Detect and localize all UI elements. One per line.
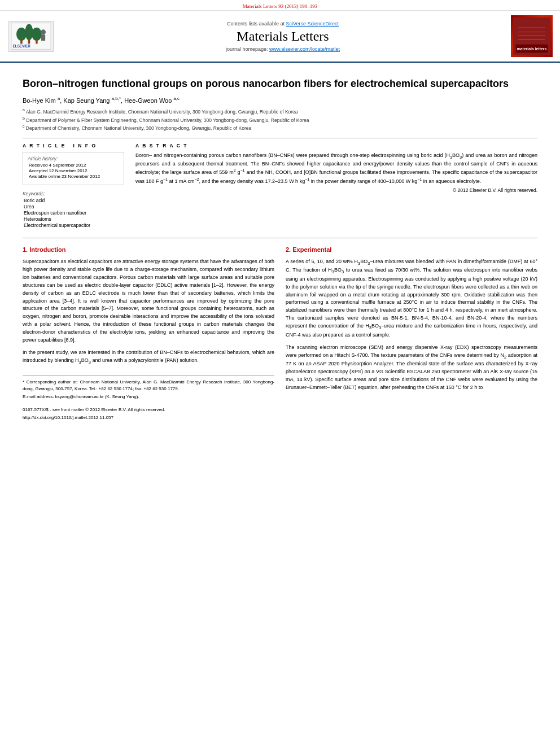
keyword-1: Boric acid (24, 198, 124, 203)
section2-heading: 2. Experimental (286, 245, 537, 255)
issn-line: 0167-577X/$ - see front matter © 2012 El… (23, 407, 165, 413)
body-left-column: 1. Introduction Supercapacitors as elect… (23, 244, 274, 422)
journal-citation: Materials Letters 93 (2013) 190–193 (243, 3, 317, 9)
affiliation-b: b Department of Polymer & Fiber System E… (23, 116, 537, 124)
article-info-abstract: A R T I C L E I N F O Article history: R… (23, 143, 537, 229)
keyword-2: Urea (24, 204, 124, 209)
affiliation-c: c Department of Chemistry, Chonnam Natio… (23, 124, 537, 132)
svg-rect-5 (28, 39, 30, 43)
experimental-para-2: The scanning electron microscope (SEM) a… (286, 344, 537, 392)
email-footnote: E-mail address: ksyang@chonnam.ac.kr (K.… (23, 394, 274, 400)
keyword-4: Heteroatoms (24, 216, 124, 222)
keyword-5: Electrochemical supercapacitor (24, 222, 124, 228)
journal-header: ELSEVIER Contents lists available at Sci… (0, 11, 560, 63)
contents-available: Contents lists available at SciVerse Sci… (227, 21, 339, 27)
svg-point-3 (32, 28, 42, 41)
svg-rect-4 (20, 40, 23, 43)
homepage-url[interactable]: www.elsevier.com/locate/matlet (269, 46, 340, 52)
abstract-label: A B S T R A C T (135, 143, 537, 148)
keywords-section: Keywords: Boric acid Urea Electrospun ca… (23, 191, 124, 228)
article-info-label: A R T I C L E I N F O (23, 143, 124, 148)
article-history: Article history: Received 4 September 20… (28, 156, 119, 179)
elsevier-logo: ELSEVIER (8, 21, 54, 52)
history-label: Article history: (28, 156, 119, 161)
authors-line: Bo-Hye Kim a, Kap Seung Yang a,b,*, Hee-… (23, 96, 537, 104)
sciverse-link[interactable]: SciVerse ScienceDirect (286, 21, 339, 27)
body-right-column: 2. Experimental A series of 5, 10, and 2… (286, 244, 537, 422)
journal-badge-area: materials letters (509, 15, 554, 57)
svg-rect-8 (41, 34, 45, 41)
abstract-text: Boron– and nitrogen-containing porous ca… (135, 152, 537, 186)
affiliations: a Alan G. MacDiarmid Energy Research Ins… (23, 107, 537, 132)
accepted-date: Accepted 12 November 2012 (29, 168, 119, 173)
article-info-column: A R T I C L E I N F O Article history: R… (23, 143, 124, 229)
abstract-copyright: © 2012 Elsevier B.V. All rights reserved… (135, 187, 537, 193)
journal-badge: materials letters (511, 15, 553, 57)
bottom-bar: 0167-577X/$ - see front matter © 2012 El… (23, 407, 274, 413)
svg-point-7 (41, 29, 46, 34)
journal-bar: Materials Letters 93 (2013) 190–193 (0, 0, 560, 11)
available-date: Available online 23 November 2012 (29, 174, 119, 179)
affiliation-a: a Alan G. MacDiarmid Energy Research Ins… (23, 107, 537, 116)
abstract-column: A B S T R A C T Boron– and nitrogen-cont… (135, 143, 537, 229)
corresponding-footnote: * Corresponding author at: Chonnam Natio… (23, 379, 274, 393)
divider-2 (23, 238, 537, 238)
section1-heading: 1. Introduction (23, 245, 274, 255)
svg-text:ELSEVIER: ELSEVIER (13, 44, 30, 48)
article-history-box: Article history: Received 4 September 20… (23, 152, 124, 185)
keywords-label: Keywords: (23, 191, 124, 196)
received-date: Received 4 September 2012 (29, 163, 119, 168)
journal-homepage-line: journal homepage: www.elsevier.com/locat… (226, 46, 340, 52)
publisher-logo-area: ELSEVIER (6, 15, 56, 57)
article-content: Boron–nitrogen functional groups on poro… (0, 63, 560, 427)
journal-name: Materials Letters (237, 29, 329, 44)
divider-1 (23, 138, 537, 138)
intro-para-1: Supercapacitors as electrical capacitors… (23, 258, 274, 344)
keyword-3: Electrospun carbon nanofiber (24, 210, 124, 216)
svg-text:materials letters: materials letters (517, 47, 547, 51)
body-content: 1. Introduction Supercapacitors as elect… (23, 244, 537, 422)
intro-para-2: In the present study, we are interested … (23, 349, 274, 365)
footnotes: * Corresponding author at: Chonnam Natio… (23, 375, 274, 401)
article-title: Boron–nitrogen functional groups on poro… (23, 77, 537, 90)
doi-line: http://dx.doi.org/10.1016/j.matlet.2012.… (23, 414, 274, 421)
journal-title-area: Contents lists available at SciVerse Sci… (62, 15, 504, 57)
svg-rect-6 (36, 40, 38, 43)
experimental-para-1: A series of 5, 10, and 20 wt% H3BO3–urea… (286, 258, 537, 339)
svg-point-1 (16, 28, 27, 41)
